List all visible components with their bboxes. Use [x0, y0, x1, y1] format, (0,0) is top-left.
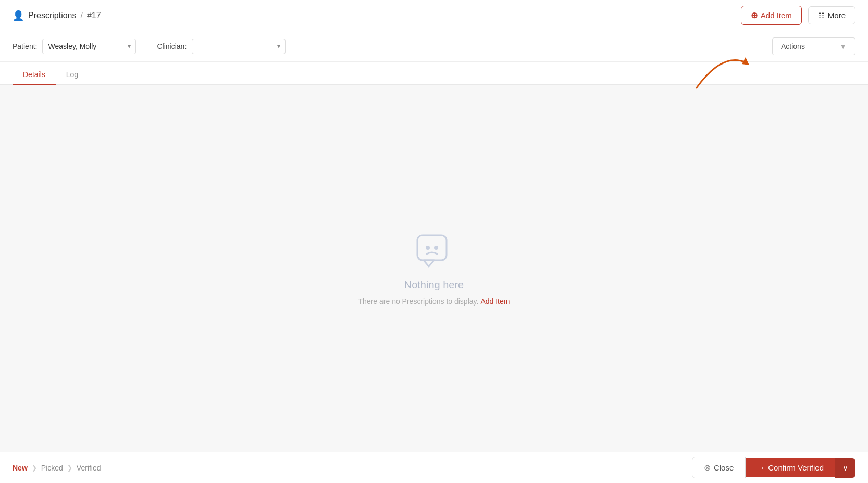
breadcrumb-root[interactable]: Prescriptions	[28, 11, 76, 20]
svg-rect-1	[417, 235, 447, 260]
patient-select[interactable]: Weasley, Molly	[42, 39, 136, 54]
status-verified: Verified	[77, 464, 101, 472]
empty-state-subtitle: There are no Prescriptions to display. A…	[358, 297, 510, 306]
actions-dropdown[interactable]: Actions ▼	[772, 37, 855, 55]
plus-icon: ⊕	[751, 10, 758, 20]
status-picked: Picked	[41, 464, 63, 472]
tab-details[interactable]: Details	[13, 65, 56, 85]
close-icon: ⊗	[704, 463, 711, 473]
person-icon: 👤	[13, 10, 24, 21]
chevron-down-icon: ∨	[842, 463, 848, 472]
arrow-right-icon: →	[757, 463, 765, 472]
status-arrow-1: ❯	[32, 464, 37, 472]
confirm-verified-chevron-button[interactable]: ∨	[835, 458, 855, 478]
breadcrumb-separator: /	[80, 11, 82, 20]
add-item-button[interactable]: ⊕ Add Item	[741, 6, 802, 25]
status-arrow-2: ❯	[67, 464, 72, 472]
empty-state-text: There are no Prescriptions to display.	[358, 297, 479, 306]
svg-marker-2	[424, 260, 434, 266]
form-row: Patient: Weasley, Molly Clinician: Actio…	[0, 31, 868, 62]
empty-state-icon	[413, 231, 455, 273]
header-actions: ⊕ Add Item ☷ More	[741, 6, 855, 25]
svg-point-3	[426, 246, 430, 250]
tabs-bar: Details Log	[0, 62, 868, 85]
clinician-select-wrapper	[192, 39, 286, 54]
empty-state-add-link[interactable]: Add Item	[480, 297, 510, 306]
patient-select-wrapper: Weasley, Molly	[42, 39, 136, 54]
breadcrumb: 👤 Prescriptions / #17	[13, 10, 101, 21]
svg-point-4	[434, 246, 438, 250]
header: 👤 Prescriptions / #17 ⊕ Add Item ☷ More	[0, 0, 868, 31]
clinician-select[interactable]	[192, 39, 286, 54]
chevron-down-icon: ▼	[839, 42, 847, 50]
patient-label: Patient:	[13, 42, 37, 50]
clinician-label: Clinician:	[157, 42, 187, 50]
more-button[interactable]: ☷ More	[808, 6, 855, 24]
patient-field-group: Patient: Weasley, Molly	[13, 39, 136, 54]
grid-icon: ☷	[818, 11, 825, 20]
footer: New ❯ Picked ❯ Verified ⊗ Close → Confir…	[0, 452, 868, 483]
status-new: New	[13, 464, 28, 472]
actions-label: Actions	[781, 42, 805, 50]
clinician-field-group: Clinician:	[157, 39, 286, 54]
close-button[interactable]: ⊗ Close	[692, 457, 746, 478]
confirm-verified-button[interactable]: → Confirm Verified	[746, 458, 835, 477]
tab-log[interactable]: Log	[56, 65, 89, 85]
main-content: Nothing here There are no Prescriptions …	[0, 85, 868, 452]
empty-state: Nothing here There are no Prescriptions …	[358, 231, 510, 306]
footer-actions: ⊗ Close → Confirm Verified ∨	[692, 457, 855, 478]
empty-state-title: Nothing here	[404, 279, 464, 291]
breadcrumb-id: #17	[87, 11, 101, 20]
status-breadcrumb: New ❯ Picked ❯ Verified	[13, 464, 101, 472]
